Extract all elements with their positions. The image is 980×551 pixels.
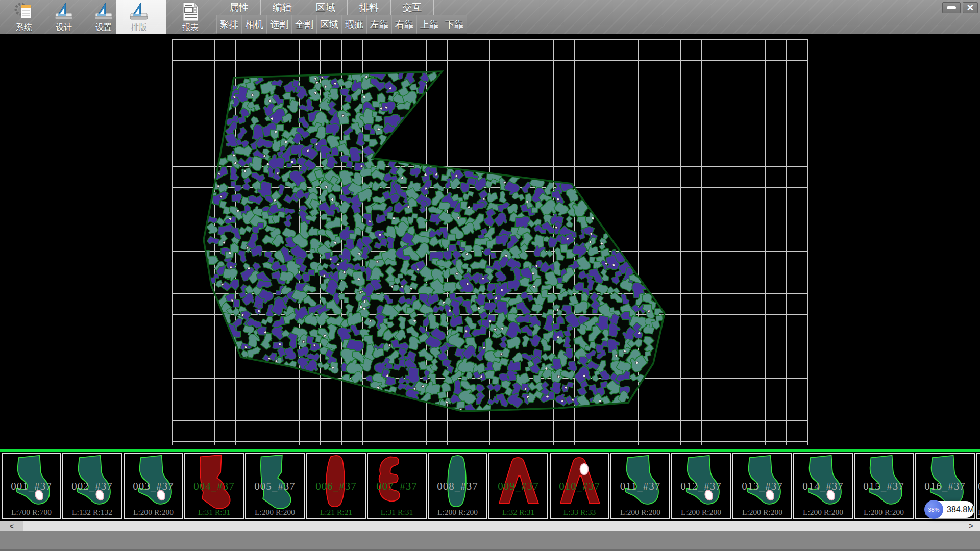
part-thumbnail-4[interactable]: 004_#37 L:31 R:31 — [184, 453, 244, 519]
part-thumbnail-3[interactable]: 003_#37 L:200 R:200 — [124, 453, 183, 519]
part-id-label: 0 — [977, 480, 980, 493]
tool-camera[interactable]: 相机 — [241, 15, 267, 34]
tool-select-cut[interactable]: 选割 — [266, 15, 292, 34]
app-tab-label: 报表 — [182, 22, 199, 33]
tool-snap-up[interactable]: 上靠 — [416, 15, 442, 34]
part-id-label: 004_#37 — [185, 480, 243, 493]
part-thumbnail-6[interactable]: 006_#37 L:21 R:21 — [306, 453, 366, 519]
part-id-label: 006_#37 — [307, 480, 365, 493]
part-id-label: 007_#37 — [368, 480, 426, 493]
part-lr-count-label: L:200 R:200 — [733, 508, 791, 517]
part-id-label: 002_#37 — [63, 480, 121, 493]
system-icon — [13, 1, 35, 22]
horizontal-scrollbar[interactable]: < > — [0, 521, 980, 531]
part-id-label: 005_#37 — [246, 480, 304, 493]
part-thumbnail-10[interactable]: 010_#37 L:33 R:33 — [550, 453, 609, 519]
part-id-label: 015_#37 — [855, 480, 913, 493]
status-bar — [0, 531, 980, 551]
part-thumbnail-1[interactable]: 001_#37 L:700 R:700 — [2, 453, 61, 519]
tool-button-row: 聚排相机选割全割区域瑕疵左靠右靠上靠下靠 — [217, 15, 467, 34]
part-thumbnail-17[interactable]: 0 L: — [976, 453, 980, 519]
part-id-label: 014_#37 — [794, 480, 852, 493]
app-tab-system[interactable]: 系统 — [4, 0, 44, 34]
part-thumbnail-2[interactable]: 002_#37 L:132 R:132 — [62, 453, 122, 519]
part-thumbnail-8[interactable]: 008_#37 L:200 R:200 — [428, 453, 487, 519]
part-lr-count-label: L:200 R:200 — [794, 508, 852, 517]
tool-region[interactable]: 区域 — [316, 15, 342, 34]
report-icon — [180, 1, 201, 22]
part-thumbnail-strip: 001_#37 L:700 R:700 002_#37 L:132 R:132 … — [0, 449, 980, 521]
app-tab-label: 系统 — [16, 22, 32, 33]
nesting-canvas[interactable] — [0, 34, 980, 449]
part-thumbnail-13[interactable]: 013_#37 L:200 R:200 — [732, 453, 792, 519]
part-lr-count-label: L:31 R:31 — [368, 508, 426, 517]
menu-region[interactable]: 区域 — [304, 0, 347, 15]
part-lr-count-label: L:32 R:31 — [489, 508, 547, 517]
app-tab-settings[interactable]: 设置 — [84, 0, 124, 34]
scroll-left-icon: < — [10, 522, 14, 530]
scroll-right-icon[interactable]: > — [969, 521, 973, 531]
app-tab-nesting[interactable]: 排版 — [119, 0, 159, 34]
part-lr-count-label: L:200 R:200 — [246, 508, 304, 517]
part-id-label: 011_#37 — [611, 480, 669, 493]
menu-nesting[interactable]: 排料 — [347, 0, 390, 15]
part-id-label: 001_#37 — [3, 480, 60, 493]
minimize-icon — [947, 6, 956, 9]
part-thumbnail-5[interactable]: 005_#37 L:200 R:200 — [245, 453, 305, 519]
part-thumbnail-15[interactable]: 015_#37 L:200 R:200 — [854, 453, 914, 519]
part-thumbnail-14[interactable]: 014_#37 L:200 R:200 — [793, 453, 853, 519]
tool-snap-right[interactable]: 右靠 — [391, 15, 417, 34]
part-lr-count-label: L:33 R:33 — [551, 508, 608, 517]
part-lr-count-label: L:200 R:200 — [125, 508, 182, 517]
part-lr-count-label: L:200 R:200 — [672, 508, 730, 517]
canvas-svg — [0, 34, 980, 449]
menu-bar: 属性编辑区域排料交互 — [217, 0, 434, 15]
part-lr-count-label: L:132 R:132 — [63, 508, 121, 517]
titlebar-toolbar: 系统 设计 设置 排版 报表 属性编辑区域排料交互 聚排相机选割全割区域瑕疵左靠… — [0, 0, 980, 34]
ruler-icon — [93, 1, 114, 22]
scroll-left-button[interactable]: < — [0, 521, 23, 531]
tool-cut-all[interactable]: 全割 — [291, 15, 317, 34]
close-button[interactable]: × — [963, 2, 978, 13]
tool-defect[interactable]: 瑕疵 — [341, 15, 367, 34]
part-lr-count-label: L:200 R:200 — [855, 508, 913, 517]
app-tab-label: 设置 — [95, 22, 112, 33]
part-lr-count-label: L:21 R:21 — [307, 508, 365, 517]
part-id-label: 016_#37 — [916, 480, 974, 493]
part-id-label: 012_#37 — [672, 480, 730, 493]
menu-edit[interactable]: 编辑 — [260, 0, 304, 15]
part-thumbnail-9[interactable]: 009_#37 L:32 R:31 — [488, 453, 548, 519]
part-lr-count-label: L:200 R:200 — [429, 508, 486, 517]
part-lr-count-label: L:31 R:31 — [185, 508, 243, 517]
tool-cluster-nest[interactable]: 聚排 — [216, 15, 242, 34]
part-id-label: 008_#37 — [429, 480, 486, 493]
app-tab-label: 设计 — [56, 22, 72, 33]
part-id-label: 003_#37 — [125, 480, 182, 493]
app-tab-label: 排版 — [131, 22, 147, 33]
close-icon: × — [967, 3, 974, 13]
ruler-icon — [128, 1, 150, 22]
memory-amount-label: 384.8M — [947, 501, 974, 518]
app-tab-report[interactable]: 报表 — [170, 0, 210, 34]
part-lr-count-label: L: — [977, 508, 980, 517]
part-lr-count-label: L:200 R:200 — [611, 508, 669, 517]
part-lr-count-label: L:700 R:700 — [3, 508, 60, 517]
part-thumbnail-7[interactable]: 007_#37 L:31 R:31 — [367, 453, 427, 519]
tool-snap-left[interactable]: 左靠 — [366, 15, 392, 34]
part-thumbnail-11[interactable]: 011_#37 L:200 R:200 — [610, 453, 670, 519]
ruler-icon — [53, 1, 75, 22]
tool-snap-down[interactable]: 下靠 — [442, 15, 467, 34]
part-id-label: 009_#37 — [489, 480, 547, 493]
memory-usage-badge[interactable]: 38% 384.8M — [925, 501, 974, 518]
memory-percent-indicator: 38% — [924, 500, 943, 519]
part-id-label: 010_#37 — [551, 480, 608, 493]
menu-interact[interactable]: 交互 — [390, 0, 434, 15]
memory-percent-label: 38% — [928, 507, 939, 513]
part-thumbnail-12[interactable]: 012_#37 L:200 R:200 — [671, 453, 731, 519]
application-window: 系统 设计 设置 排版 报表 属性编辑区域排料交互 聚排相机选割全割区域瑕疵左靠… — [0, 0, 980, 551]
minimize-button[interactable] — [942, 2, 961, 13]
menu-properties[interactable]: 属性 — [217, 0, 260, 15]
part-id-label: 013_#37 — [733, 480, 791, 493]
app-tab-design[interactable]: 设计 — [44, 0, 84, 34]
